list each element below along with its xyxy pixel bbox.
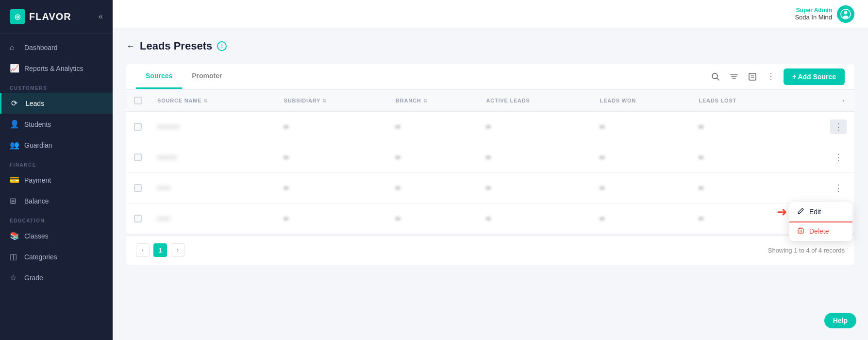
leads-lost-cell: •• bbox=[691, 173, 793, 204]
export-icon[interactable] bbox=[747, 71, 758, 83]
sidebar-item-students[interactable]: 👤 Students bbox=[0, 114, 113, 135]
active-leads-value: •• bbox=[486, 185, 490, 192]
leads-won-value: •• bbox=[600, 185, 604, 192]
delete-label: Delete bbox=[809, 227, 829, 235]
table-header: SOURCE NAME ⇅ SUBSIDIARY ⇅ bbox=[126, 90, 854, 112]
header-leads-lost: LEADS LOST bbox=[691, 90, 793, 112]
branch-cell: •• bbox=[388, 204, 478, 234]
tab-promoter[interactable]: Promoter bbox=[182, 64, 232, 89]
sidebar-item-grade[interactable]: ☆ Grade bbox=[0, 267, 113, 288]
tabs-left: Sources Promoter bbox=[136, 64, 232, 89]
tab-sources[interactable]: Sources bbox=[136, 64, 182, 89]
info-icon[interactable]: i bbox=[217, 41, 227, 51]
page-title: Leads Presets bbox=[140, 40, 212, 52]
pagination-page-1-btn[interactable]: 1 bbox=[153, 243, 167, 257]
sidebar-item-label: Balance bbox=[24, 197, 49, 205]
context-menu-delete-item[interactable]: Delete bbox=[789, 221, 852, 241]
help-button[interactable]: Help bbox=[824, 313, 856, 328]
row-actions-cell: ⋮ bbox=[793, 112, 854, 142]
header-branch[interactable]: BRANCH ⇅ bbox=[388, 90, 478, 112]
sort-icon: ⇅ bbox=[203, 98, 208, 103]
leads-lost-value: •• bbox=[699, 215, 703, 222]
table-wrapper: Sources Promoter bbox=[126, 64, 854, 265]
categories-icon: ◫ bbox=[10, 252, 18, 261]
header-active-leads: ACTIVE LEADS bbox=[478, 90, 592, 112]
students-icon: 👤 bbox=[10, 119, 18, 129]
pagination-info: Showing 1 to 4 of 4 records bbox=[768, 247, 845, 254]
sidebar-item-leads[interactable]: ⟳ Leads bbox=[0, 93, 113, 114]
leads-lost-value: •• bbox=[699, 123, 703, 131]
row-checkbox[interactable] bbox=[134, 184, 142, 192]
sort-icon: ⇅ bbox=[423, 98, 428, 103]
leads-won-cell: •• bbox=[592, 173, 691, 204]
sidebar-item-payment[interactable]: 💳 Payment bbox=[0, 170, 113, 190]
subsidiary-cell: •• bbox=[276, 142, 388, 173]
top-header: Super Admin Soda In Mind bbox=[113, 0, 868, 28]
sidebar-collapse-btn[interactable]: « bbox=[99, 12, 103, 21]
row-checkbox[interactable] bbox=[134, 153, 142, 161]
context-menu-edit-item[interactable]: Edit bbox=[789, 202, 852, 221]
leads-lost-value: •• bbox=[699, 185, 703, 192]
header-subsidiary[interactable]: SUBSIDIARY ⇅ bbox=[276, 90, 388, 112]
sidebar-item-balance[interactable]: ⊞ Balance bbox=[0, 190, 113, 211]
source-name-value: •••••• bbox=[157, 215, 170, 222]
active-leads-cell: •• bbox=[478, 142, 592, 173]
header-source-name[interactable]: SOURCE NAME ⇅ bbox=[150, 90, 276, 112]
pagination-next-btn[interactable]: › bbox=[171, 243, 184, 257]
more-options-icon[interactable]: ⋮ bbox=[765, 71, 777, 83]
leads-won-value: •• bbox=[600, 154, 604, 161]
row-actions-cell: ⋮ bbox=[793, 173, 854, 204]
branch-value: •• bbox=[396, 215, 400, 222]
user-info: Super Admin Soda In Mind bbox=[795, 5, 854, 23]
user-name: Soda In Mind bbox=[795, 14, 832, 21]
source-name-value: •••••••••• bbox=[157, 123, 180, 131]
sidebar-item-classes[interactable]: 📚 Classes bbox=[0, 225, 113, 246]
select-all-checkbox[interactable] bbox=[134, 97, 142, 104]
main-area: Super Admin Soda In Mind ← Leads Presets… bbox=[113, 0, 868, 340]
row-more-button[interactable]: ⋮ bbox=[830, 119, 847, 134]
sidebar-item-guardian[interactable]: 👥 Guardian bbox=[0, 135, 113, 155]
row-checkbox-cell bbox=[126, 173, 150, 204]
leads-icon: ⟳ bbox=[11, 99, 20, 108]
filter-icon[interactable] bbox=[728, 71, 740, 83]
back-button[interactable]: ← bbox=[126, 41, 135, 51]
leads-lost-cell: •• bbox=[691, 142, 793, 173]
leads-won-value: •• bbox=[600, 123, 604, 131]
pagination-prev-btn[interactable]: ‹ bbox=[136, 243, 150, 257]
header-checkbox-col bbox=[126, 90, 150, 112]
reports-icon: 📈 bbox=[10, 64, 18, 73]
table-body: •••••••••• •• •• •• •• •• ⋮ bbox=[126, 112, 854, 234]
subsidiary-value: •• bbox=[284, 185, 288, 192]
source-name-cell: •••••••••• bbox=[150, 112, 276, 142]
active-leads-cell: •• bbox=[478, 112, 592, 142]
row-actions-cell: ⋮ bbox=[793, 142, 854, 173]
sidebar-item-reports[interactable]: 📈 Reports & Analytics bbox=[0, 58, 113, 79]
branch-cell: •• bbox=[388, 112, 478, 142]
row-checkbox[interactable] bbox=[134, 215, 142, 222]
header-leads-won: LEADS WON bbox=[592, 90, 691, 112]
classes-icon: 📚 bbox=[10, 231, 18, 240]
add-source-button[interactable]: + Add Source bbox=[784, 68, 845, 85]
active-leads-cell: •• bbox=[478, 204, 592, 234]
user-text: Super Admin Soda In Mind bbox=[795, 7, 832, 21]
source-name-value: •••••• bbox=[157, 185, 170, 192]
row-more-button[interactable]: ⋮ bbox=[830, 150, 847, 165]
branch-value: •• bbox=[396, 154, 400, 161]
row-checkbox[interactable] bbox=[134, 123, 142, 131]
sidebar-item-categories[interactable]: ◫ Categories bbox=[0, 246, 113, 267]
search-icon[interactable] bbox=[710, 71, 721, 83]
active-leads-cell: •• bbox=[478, 173, 592, 204]
section-label-education: EDUCATION bbox=[0, 211, 113, 225]
header-actions: • bbox=[793, 90, 854, 112]
data-table: SOURCE NAME ⇅ SUBSIDIARY ⇅ bbox=[126, 89, 854, 234]
svg-point-1 bbox=[844, 11, 848, 14]
source-name-cell: •••••• bbox=[150, 204, 276, 234]
section-label-finance: FINANCE bbox=[0, 155, 113, 170]
subsidiary-value: •• bbox=[284, 154, 288, 161]
sidebar-item-dashboard[interactable]: ⌂ Dashboard bbox=[0, 37, 113, 58]
table-row: •••••• •• •• •• •• •• ⋮ bbox=[126, 173, 854, 204]
sort-icon: ⇅ bbox=[322, 98, 327, 103]
table-row: •••••• •• •• •• •• •• ⋮ bbox=[126, 204, 854, 234]
row-more-button[interactable]: ⋮ bbox=[830, 181, 847, 195]
leads-won-cell: •• bbox=[592, 112, 691, 142]
